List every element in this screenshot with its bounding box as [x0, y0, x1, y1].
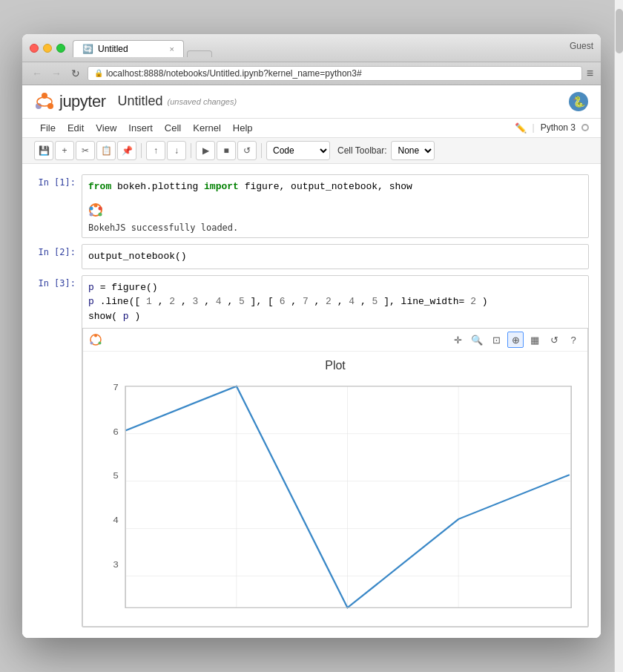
tab-close-btn[interactable]: × [170, 45, 174, 53]
cut-button[interactable]: ✂ [76, 141, 95, 160]
cell-2-label: In [2]: [22, 244, 82, 269]
reset-tool[interactable]: ↺ [546, 332, 562, 348]
maximize-traffic-light[interactable] [56, 44, 65, 53]
select-tool[interactable]: ⊡ [488, 332, 504, 348]
pan-tool[interactable]: ✛ [449, 332, 466, 348]
lock-icon: 🔒 [94, 69, 103, 77]
copy-button[interactable]: 📋 [96, 141, 116, 160]
kernel-status-circle [581, 124, 589, 131]
code-line-call: .line([ [100, 296, 141, 307]
code-num6: 6 [280, 296, 286, 307]
notebook-title[interactable]: Untitled [118, 93, 163, 109]
svg-point-14 [90, 342, 93, 345]
menu-file[interactable]: File [34, 120, 62, 136]
inactive-tab[interactable] [187, 50, 212, 57]
move-down-button[interactable]: ↓ [167, 141, 186, 160]
menu-cell[interactable]: Cell [159, 120, 187, 136]
stop-button[interactable]: ■ [217, 141, 236, 160]
cell-3-line3: show( p ) [88, 309, 582, 324]
tab-title: Untitled [98, 44, 128, 54]
toolbar-separator-2 [191, 143, 191, 158]
svg-point-15 [99, 342, 102, 345]
unsaved-label: (unsaved changes) [168, 97, 237, 106]
cell-1-content[interactable]: from bokeh.plotting import figure, outpu… [82, 174, 589, 239]
minimize-traffic-light[interactable] [43, 44, 52, 53]
address-bar[interactable]: 🔒 localhost:8888/notebooks/Untitled.ipyn… [88, 66, 582, 81]
close-traffic-light[interactable] [30, 44, 39, 53]
help-tool[interactable]: ? [565, 332, 581, 348]
menu-right: ✏️ | Python 3 [515, 122, 590, 134]
code-module: bokeh.plotting [117, 181, 204, 192]
notebook-body: In [1]: from bokeh.plotting import figur… [22, 164, 601, 639]
code-comma4: , [227, 296, 239, 307]
cell-type-select[interactable]: Code Markdown Raw [266, 141, 330, 160]
menu-help[interactable]: Help [227, 120, 259, 136]
paste-button[interactable]: 📌 [117, 141, 136, 160]
cell-3-input[interactable]: p = figure() p .line([ 1 , 2 , 3 , [82, 276, 588, 329]
back-button[interactable]: ← [30, 66, 44, 81]
edit-icon: ✏️ [515, 122, 527, 134]
cell-toolbar-select[interactable]: None [391, 141, 435, 160]
code-output-notebook: output_notebook() [88, 251, 187, 262]
svg-point-11 [90, 207, 93, 211]
code-show: show( [88, 311, 117, 322]
code-p-var3: p [123, 311, 129, 322]
menu-insert[interactable]: Insert [122, 120, 159, 136]
refresh-button[interactable]: ↻ [68, 66, 83, 81]
active-tab[interactable]: 🔄 Untitled × [73, 40, 184, 57]
kernel-label: Python 3 [541, 122, 576, 133]
code-comma6: , [314, 296, 326, 307]
forward-button[interactable]: → [49, 66, 64, 81]
python-badge: 🐍 [568, 91, 589, 112]
svg-text:4: 4 [113, 515, 119, 525]
toolbar-separator-1 [141, 143, 142, 158]
box-select-tool[interactable]: ▦ [527, 332, 543, 348]
move-up-button[interactable]: ↑ [146, 141, 165, 160]
cell-2-input[interactable]: output_notebook() [82, 245, 588, 269]
code-show-close: ) [134, 311, 140, 322]
code-import: import [204, 181, 239, 192]
svg-point-7 [94, 204, 98, 208]
svg-point-8 [90, 213, 93, 217]
svg-text:5: 5 [113, 471, 119, 481]
jupyter-toolbar: 💾 + ✂ 📋 📌 ↑ ↓ ▶ ■ ↺ Code Markdown Raw Ce… [22, 138, 601, 164]
save-button[interactable]: 💾 [34, 141, 53, 160]
cell-2-content[interactable]: output_notebook() [82, 244, 589, 269]
menu-view[interactable]: View [90, 120, 122, 136]
code-lw: 2 [470, 296, 476, 307]
svg-text:🐍: 🐍 [573, 96, 586, 108]
url-text: localhost:8888/notebooks/Untitled.ipynb?… [106, 68, 362, 79]
cell-1-output: BokehJS successfully loaded. [82, 198, 588, 237]
code-num5: 5 [239, 296, 245, 307]
jupyter-logo-text: jupyter [59, 92, 106, 111]
wheel-zoom-tool[interactable]: ⊕ [507, 332, 524, 348]
browser-controls: 🔄 Untitled × Guest [30, 40, 593, 57]
menu-kernel[interactable]: Kernel [187, 120, 227, 136]
code-num9: 4 [349, 296, 355, 307]
bokeh-small-logo [89, 333, 102, 346]
code-num8: 2 [326, 296, 332, 307]
menu-edit[interactable]: Edit [62, 120, 90, 136]
code-p-var: p [88, 282, 94, 293]
zoom-tool[interactable]: 🔍 [469, 332, 485, 348]
code-comma2: , [181, 296, 193, 307]
svg-text:6: 6 [113, 427, 119, 437]
restart-button[interactable]: ↺ [237, 141, 257, 160]
browser-window: 🔄 Untitled × Guest ← → ↻ 🔒 localhost:888… [22, 34, 601, 639]
add-cell-button[interactable]: + [55, 141, 74, 160]
cell-toolbar-label: Cell Toolbar: [337, 145, 386, 156]
code-num7: 7 [303, 296, 309, 307]
guest-label: Guest [570, 41, 593, 56]
cell-3-content[interactable]: p = figure() p .line([ 1 , 2 , 3 , [82, 275, 589, 628]
svg-text:7: 7 [113, 383, 119, 392]
cell-1-input[interactable]: from bokeh.plotting import figure, outpu… [82, 175, 588, 199]
hamburger-menu[interactable]: ≡ [587, 67, 593, 80]
jupyter-content: jupyter Untitled (unsaved changes) 🐍 Fil… [22, 85, 601, 639]
cell-2: In [2]: output_notebook() [22, 241, 601, 272]
plot-area: Plot [83, 352, 587, 626]
cell-3-line2: p .line([ 1 , 2 , 3 , 4 , 5 ], [ [88, 294, 582, 309]
run-button[interactable]: ▶ [196, 141, 215, 160]
separator: | [533, 122, 535, 133]
chart-wrapper: 7 6 5 4 3 [90, 378, 580, 616]
svg-point-13 [94, 335, 97, 337]
